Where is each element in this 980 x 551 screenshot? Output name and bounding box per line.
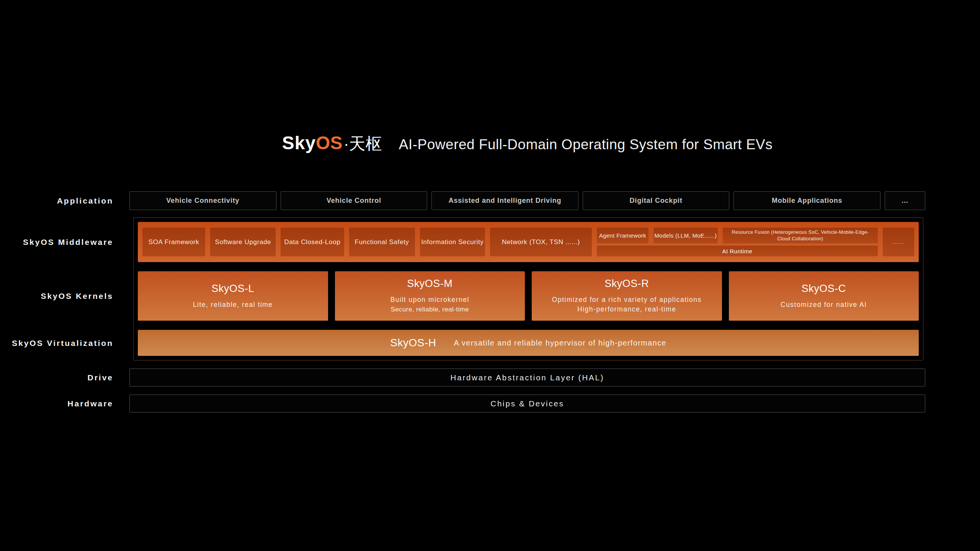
title-bar: Sky OS ·天枢 AI-Powered Full-Domain Operat…: [129, 132, 925, 155]
mw-box-more: ......: [883, 228, 914, 256]
hypervisor-desc: A versatile and reliable hypervisor of h…: [454, 339, 666, 347]
kernel-name: SkyOS-M: [407, 278, 452, 290]
layer-label-application: Application: [0, 191, 113, 210]
app-box-vehicle-control: Vehicle Control: [281, 191, 428, 210]
application-layer: Vehicle Connectivity Vehicle Control Ass…: [129, 191, 925, 210]
kernel-name: SkyOS-R: [604, 278, 649, 290]
app-box-mobile-applications: Mobile Applications: [733, 191, 880, 210]
kernel-skyos-r: SkyOS-R Optimized for a rich variety of …: [532, 271, 722, 321]
mw-box-models: Models (LLM, MoE......): [653, 228, 718, 243]
mw-box-data-closed-loop: Data Closed-Loop: [281, 228, 344, 256]
middleware-ai-top-row: Agent Framework Models (LLM, MoE......) …: [597, 228, 878, 243]
skyos-logo: Sky OS ·天枢: [282, 132, 382, 155]
kernel-name: SkyOS-C: [802, 283, 846, 295]
app-box-digital-cockpit: Digital Cockpit: [583, 191, 730, 210]
logo-chinese-text: ·天枢: [343, 133, 382, 155]
hypervisor-name: SkyOS-H: [390, 337, 436, 349]
layer-label-virtualization: SkyOS Virtualization: [0, 330, 113, 356]
kernel-skyos-l: SkyOS-L Lite, reliable, real time: [138, 271, 328, 321]
logo-sky-text: Sky: [282, 132, 316, 153]
mw-box-agent-framework: Agent Framework: [597, 228, 648, 243]
app-box-assisted-intelligent-driving: Assisted and Intelligent Driving: [431, 191, 578, 210]
kernel-skyos-m: SkyOS-M Built upon microkernel Secure, r…: [335, 271, 525, 321]
kernel-name: SkyOS-L: [211, 283, 254, 295]
mw-box-soa-framework: SOA Framework: [142, 228, 205, 256]
mw-box-resource-fusion: Resource Fusion (Heterogeneous SoC, Vehi…: [723, 228, 878, 243]
kernel-desc: Built upon microkernel: [390, 295, 469, 305]
middleware-layer: SOA Framework Software Upgrade Data Clos…: [138, 222, 919, 262]
os-core-container: SOA Framework Software Upgrade Data Clos…: [133, 217, 923, 360]
mw-box-functional-safety: Functional Safety: [349, 228, 415, 256]
kernels-layer: SkyOS-L Lite, reliable, real time SkyOS-…: [138, 271, 919, 321]
kernel-desc-line2: Secure, reliable, real-time: [391, 305, 469, 315]
kernel-desc: Optimized for a rich variety of applicat…: [552, 295, 702, 305]
kernel-desc-line2: High-performance, real-time: [577, 305, 676, 314]
virtualization-layer: SkyOS-H A versatile and reliable hypervi…: [138, 330, 919, 356]
kernel-desc: Customized for native AI: [781, 300, 867, 310]
hardware-layer-bar: Chips & Devices: [129, 395, 925, 412]
layer-label-kernels: SkyOS Kernels: [0, 271, 113, 321]
kernel-desc: Lite, reliable, real time: [193, 300, 273, 310]
mw-box-software-upgrade: Software Upgrade: [210, 228, 276, 256]
app-box-vehicle-connectivity: Vehicle Connectivity: [129, 191, 276, 210]
mw-box-ai-runtime: AI Runtime: [597, 246, 878, 256]
mw-box-network: Network (TOX, TSN ......): [490, 228, 592, 256]
layer-label-drive: Drive: [0, 368, 113, 386]
logo-os-text: OS: [316, 132, 342, 153]
middleware-ai-group: Agent Framework Models (LLM, MoE......) …: [597, 228, 878, 256]
skyos-architecture-diagram: Sky OS ·天枢 AI-Powered Full-Domain Operat…: [0, 0, 980, 551]
page-title: AI-Powered Full-Domain Operating System …: [399, 137, 773, 153]
app-box-more: ...: [885, 191, 925, 210]
kernel-skyos-c: SkyOS-C Customized for native AI: [729, 271, 919, 321]
layer-label-middleware: SkyOS Middleware: [0, 222, 113, 262]
layer-label-hardware: Hardware: [0, 395, 113, 412]
mw-box-information-security: Information Security: [420, 228, 485, 256]
drive-layer-bar: Hardware Abstraction Layer (HAL): [129, 368, 925, 386]
